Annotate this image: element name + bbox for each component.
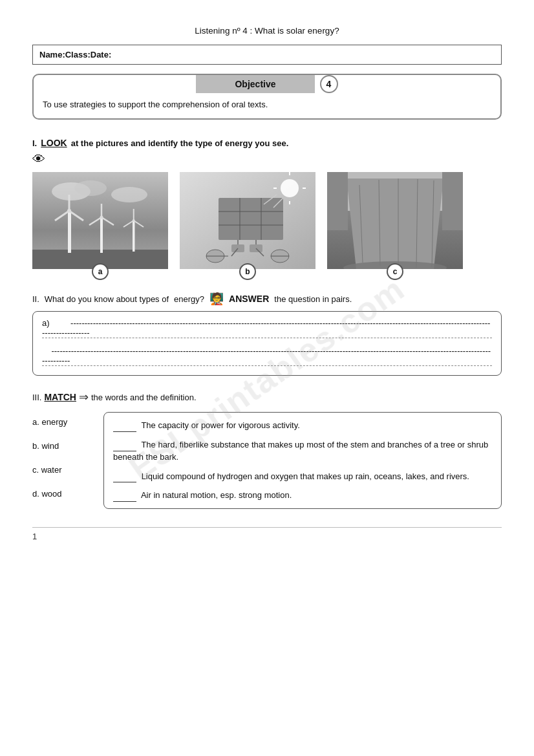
match-def-2: The hard, fiberlike substance that makes… (113, 438, 492, 464)
svg-point-3 (111, 187, 147, 202)
match-def-3-text: Liquid compound of hydrogen and oxygen t… (142, 471, 469, 481)
section-1-rest: at the pictures and identify the type of… (71, 138, 289, 148)
page-title: Listening nº 4 : What is solar energy? (32, 26, 502, 36)
name-class-date-bar: Name:Class:Date: (32, 45, 502, 65)
objective-label: Objective (196, 75, 314, 93)
match-def-2-text: The hard, fiberlike substance that makes… (113, 440, 488, 462)
section-3-title: III. MATCH ⇒ the words and the definitio… (32, 390, 502, 404)
match-arrow-icon: ⇒ (79, 390, 89, 404)
match-definitions-box: The capacity or power for vigorous activ… (103, 412, 502, 509)
image-a-label: a (92, 263, 109, 280)
section-2-text: What do you know about types of (45, 294, 169, 304)
match-blank-1[interactable] (113, 419, 136, 432)
page-number: 1 (32, 527, 502, 541)
section-1-keyword: LOOK (41, 138, 67, 148)
section-3-rest: the words and the definition. (91, 393, 197, 402)
wind-image (32, 172, 168, 269)
match-def-1: The capacity or power for vigorous activ… (113, 419, 492, 432)
svg-point-2 (74, 180, 107, 196)
answer-box: a) -------------------------------------… (32, 311, 502, 376)
match-word-a: a. energy (32, 417, 91, 427)
svg-rect-54 (442, 172, 463, 230)
section-1-roman: I. (32, 138, 37, 148)
section-3-roman: III. (32, 393, 41, 402)
section-1: I. LOOK at the pictures and identify the… (32, 138, 502, 271)
match-word-b: b. wind (32, 441, 91, 451)
match-content: a. energy b. wind c. water d. wood The c… (32, 412, 502, 509)
eye-icon: 👁 (32, 152, 45, 167)
section-1-title: I. LOOK at the pictures and identify the… (32, 138, 502, 148)
svg-rect-53 (327, 172, 348, 230)
svg-rect-26 (219, 198, 283, 240)
match-word-c: c. water (32, 465, 91, 475)
match-blank-3[interactable] (113, 470, 136, 483)
section-2: II. What do you know about types of ener… (32, 292, 502, 376)
answer-line-b: ----------------------------------------… (42, 346, 492, 366)
svg-rect-10 (100, 217, 103, 253)
match-def-4: Air in natural motion, esp. strong motio… (113, 489, 492, 502)
match-def-1-text: The capacity or power for vigorous activ… (141, 420, 299, 430)
answer-keyword: ANSWER (229, 294, 269, 304)
section-2-roman: II. (32, 294, 39, 304)
hydro-image (327, 172, 463, 269)
images-row: a (32, 172, 502, 271)
svg-rect-15 (133, 221, 135, 252)
svg-point-21 (281, 179, 299, 197)
objective-text: To use strategies to support the compreh… (34, 100, 500, 109)
image-b-label: b (239, 263, 256, 280)
section-2-title: II. What do you know about types of ener… (32, 292, 502, 306)
solar-image (180, 172, 315, 269)
section-3: III. MATCH ⇒ the words and the definitio… (32, 390, 502, 509)
name-class-date-label: Name:Class:Date: (39, 50, 111, 59)
talk-icon: 🧑‍🏫 (209, 292, 224, 306)
image-hydro-container: c (327, 172, 463, 271)
section-2-rest: the question in pairs. (274, 294, 352, 304)
match-words: a. energy b. wind c. water d. wood (32, 412, 91, 499)
match-keyword: MATCH (44, 392, 76, 402)
image-wind-container: a (32, 172, 168, 271)
objective-number: 4 (320, 75, 338, 93)
match-def-3: Liquid compound of hydrogen and oxygen t… (113, 470, 492, 483)
match-def-4-text: Air in natural motion, esp. strong motio… (141, 490, 292, 500)
section-2-energy: energy? (174, 294, 204, 304)
eye-icon-container: 👁 (32, 152, 502, 167)
svg-rect-5 (68, 211, 71, 253)
match-blank-4[interactable] (113, 489, 136, 502)
answer-line-a: a) -------------------------------------… (42, 318, 492, 338)
match-blank-2[interactable] (113, 438, 136, 451)
match-word-d: d. wood (32, 489, 91, 499)
objective-header: Objective 4 (34, 75, 500, 93)
image-c-label: c (387, 263, 403, 280)
image-solar-container: b (180, 172, 315, 271)
objective-box: Objective 4 To use strategies to support… (32, 74, 502, 120)
